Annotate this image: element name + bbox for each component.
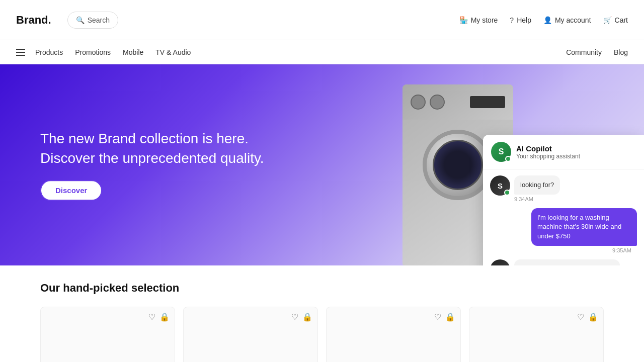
- message-check-icon: ✓: [633, 248, 637, 253]
- chat-message-1: S looking for? 9:34AM: [490, 175, 637, 202]
- nav-mobile[interactable]: Mobile: [123, 48, 143, 56]
- hand-picked-title: Our hand-picked selection: [40, 282, 604, 295]
- nav-promotions[interactable]: Promotions: [75, 48, 111, 56]
- store-icon: 🏪: [459, 16, 468, 24]
- cart-icon-1[interactable]: 🔒: [159, 312, 170, 322]
- user-message-bubble: I'm looking for a washing machine that's…: [531, 208, 637, 246]
- my-store-link[interactable]: 🏪 My store: [459, 16, 498, 24]
- nav-blog[interactable]: Blog: [614, 48, 628, 56]
- product-thumb-1: ♡ 🔒: [40, 307, 175, 362]
- bot-message-1-time: 9:34AM: [514, 196, 560, 202]
- account-icon: 👤: [543, 16, 552, 24]
- secondary-nav: Products Promotions Mobile TV & Audio Co…: [0, 40, 644, 64]
- product-thumb-3: ♡ 🔒: [326, 307, 461, 362]
- bot-message-2-bubble: I've found a selection of washing machin…: [514, 259, 620, 265]
- nav-tv-audio[interactable]: TV & Audio: [155, 48, 191, 56]
- chat-title: AI Copilot: [516, 144, 636, 153]
- discover-button[interactable]: Discover: [40, 180, 102, 201]
- cart-icon-2[interactable]: 🔒: [302, 312, 312, 322]
- product-thumb-2: ♡ 🔒: [183, 307, 318, 362]
- avatar-online-dot: [505, 156, 511, 162]
- chat-message-2: S I've found a selection of washing mach…: [490, 259, 637, 265]
- bot-message-1-bubble: looking for?: [514, 175, 560, 195]
- secondary-nav-items: Products Promotions Mobile TV & Audio: [35, 48, 191, 56]
- search-label: Search: [88, 16, 110, 24]
- secondary-nav-right: Community Blog: [566, 48, 628, 56]
- chat-body: S looking for? 9:34AM I'm looking for a …: [483, 169, 644, 265]
- chat-header-info: AI Copilot Your shopping assistant: [516, 144, 636, 160]
- search-bar[interactable]: 🔍 Search: [67, 12, 118, 29]
- chat-message-user: I'm looking for a washing machine that's…: [490, 208, 637, 253]
- my-account-link[interactable]: 👤 My account: [543, 16, 591, 24]
- cart-icon: 🛒: [603, 16, 612, 24]
- wishlist-icon-1[interactable]: ♡: [148, 312, 155, 322]
- hero-text: The new Brand collection is here. Discov…: [40, 129, 264, 201]
- nav-products[interactable]: Products: [35, 48, 63, 56]
- hero-section: The new Brand collection is here. Discov…: [0, 64, 644, 265]
- cart-link[interactable]: 🛒 Cart: [603, 16, 628, 24]
- product-thumb-4: ♡ 🔒: [469, 307, 604, 362]
- chat-subtitle: Your shopping assistant: [516, 153, 636, 160]
- search-icon: 🔍: [76, 16, 85, 24]
- bot-avatar-1: S: [490, 175, 510, 196]
- chat-avatar: S: [491, 142, 511, 162]
- chat-panel: S AI Copilot Your shopping assistant S l…: [483, 135, 644, 265]
- below-hero-section: Our hand-picked selection ♡ 🔒 ♡ 🔒 ♡ 🔒 ♡ …: [0, 265, 644, 362]
- hero-title: The new Brand collection is here. Discov…: [40, 129, 264, 168]
- wishlist-icon-4[interactable]: ♡: [577, 312, 584, 322]
- top-nav: Brand. 🔍 Search 🏪 My store ? Help 👤 My a…: [0, 0, 644, 40]
- top-nav-right: 🏪 My store ? Help 👤 My account 🛒 Cart: [459, 16, 628, 24]
- user-message-time: 9:35AM ✓: [531, 247, 637, 253]
- help-icon: ?: [510, 16, 514, 24]
- product-grid: ♡ 🔒 ♡ 🔒 ♡ 🔒 ♡ 🔒: [40, 307, 604, 362]
- nav-community[interactable]: Community: [566, 48, 602, 56]
- wishlist-icon-3[interactable]: ♡: [434, 312, 441, 322]
- bot-avatar-2: S: [490, 259, 510, 265]
- chat-header: S AI Copilot Your shopping assistant: [483, 135, 644, 169]
- wishlist-icon-2[interactable]: ♡: [291, 312, 298, 322]
- brand-logo[interactable]: Brand.: [16, 14, 51, 27]
- help-link[interactable]: ? Help: [510, 16, 531, 24]
- bot-avatar-dot: [504, 190, 510, 196]
- hamburger-menu[interactable]: [16, 49, 25, 56]
- cart-icon-4[interactable]: 🔒: [588, 312, 598, 322]
- cart-icon-3[interactable]: 🔒: [445, 312, 455, 322]
